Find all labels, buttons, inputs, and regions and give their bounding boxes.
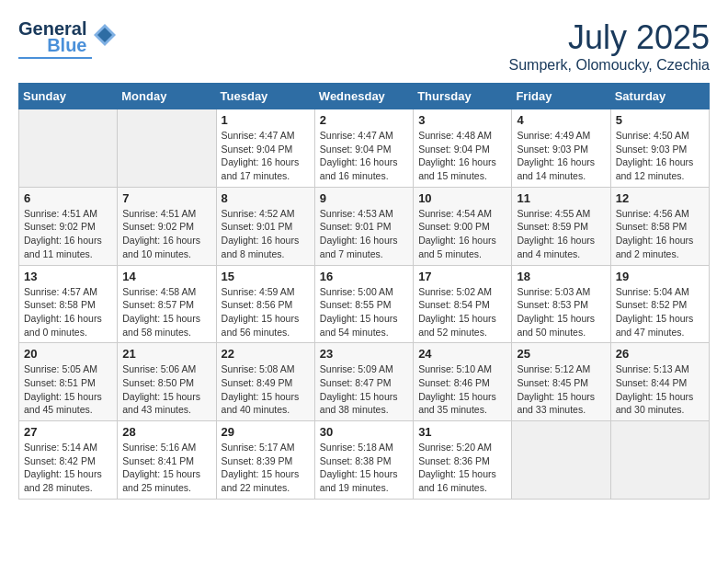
calendar-cell: 30Sunrise: 5:18 AM Sunset: 8:38 PM Dayli…: [314, 421, 413, 500]
page-header: General Blue July 2025 Sumperk, Olomouck…: [18, 18, 710, 74]
calendar-cell: 27Sunrise: 5:14 AM Sunset: 8:42 PM Dayli…: [19, 421, 118, 500]
calendar-cell: 20Sunrise: 5:05 AM Sunset: 8:51 PM Dayli…: [19, 343, 118, 421]
day-number: 26: [616, 347, 704, 361]
day-number: 18: [517, 270, 605, 283]
day-info: Sunrise: 4:52 AM Sunset: 9:01 PM Dayligh…: [222, 207, 310, 261]
calendar-cell: 5Sunrise: 4:50 AM Sunset: 9:03 PM Daylig…: [610, 109, 709, 188]
day-info: Sunrise: 5:05 AM Sunset: 8:51 PM Dayligh…: [24, 362, 112, 417]
day-info: Sunrise: 5:03 AM Sunset: 8:53 PM Dayligh…: [517, 285, 605, 339]
day-info: Sunrise: 5:13 AM Sunset: 8:44 PM Dayligh…: [616, 362, 704, 417]
calendar-cell: 4Sunrise: 4:49 AM Sunset: 9:03 PM Daylig…: [512, 109, 610, 188]
calendar-cell: 9Sunrise: 4:53 AM Sunset: 9:01 PM Daylig…: [314, 187, 413, 265]
day-info: Sunrise: 4:51 AM Sunset: 9:02 PM Dayligh…: [24, 207, 112, 261]
calendar-cell: 11Sunrise: 4:55 AM Sunset: 8:59 PM Dayli…: [512, 187, 610, 265]
calendar-cell: 28Sunrise: 5:16 AM Sunset: 8:41 PM Dayli…: [118, 421, 216, 500]
day-number: 9: [320, 191, 408, 205]
calendar-cell: [610, 421, 709, 500]
day-number: 5: [616, 113, 704, 127]
day-info: Sunrise: 5:10 AM Sunset: 8:46 PM Dayligh…: [418, 362, 506, 417]
calendar-cell: 23Sunrise: 5:09 AM Sunset: 8:47 PM Dayli…: [314, 343, 413, 421]
day-info: Sunrise: 4:59 AM Sunset: 8:56 PM Dayligh…: [222, 285, 310, 339]
day-info: Sunrise: 5:00 AM Sunset: 8:55 PM Dayligh…: [320, 285, 408, 339]
calendar-week-row: 27Sunrise: 5:14 AM Sunset: 8:42 PM Dayli…: [19, 421, 710, 500]
day-info: Sunrise: 4:47 AM Sunset: 9:04 PM Dayligh…: [222, 129, 310, 183]
day-info: Sunrise: 5:09 AM Sunset: 8:47 PM Dayligh…: [320, 362, 408, 417]
day-info: Sunrise: 5:20 AM Sunset: 8:36 PM Dayligh…: [418, 441, 506, 495]
calendar-table: SundayMondayTuesdayWednesdayThursdayFrid…: [18, 83, 710, 500]
location-subtitle: Sumperk, Olomoucky, Czechia: [509, 57, 710, 74]
logo-divider: [18, 57, 92, 59]
day-number: 3: [418, 113, 506, 127]
day-info: Sunrise: 4:53 AM Sunset: 9:01 PM Dayligh…: [320, 207, 408, 261]
calendar-cell: 22Sunrise: 5:08 AM Sunset: 8:49 PM Dayli…: [216, 343, 314, 421]
calendar-cell: 6Sunrise: 4:51 AM Sunset: 9:02 PM Daylig…: [19, 187, 118, 265]
calendar-cell: 25Sunrise: 5:12 AM Sunset: 8:45 PM Dayli…: [512, 343, 610, 421]
day-number: 7: [122, 191, 210, 205]
calendar-cell: 19Sunrise: 5:04 AM Sunset: 8:52 PM Dayli…: [610, 265, 709, 343]
calendar-cell: 14Sunrise: 4:58 AM Sunset: 8:57 PM Dayli…: [118, 265, 216, 343]
day-number: 10: [418, 191, 506, 205]
day-info: Sunrise: 4:47 AM Sunset: 9:04 PM Dayligh…: [320, 129, 408, 183]
calendar-cell: 18Sunrise: 5:03 AM Sunset: 8:53 PM Dayli…: [512, 265, 610, 343]
day-info: Sunrise: 5:12 AM Sunset: 8:45 PM Dayligh…: [517, 362, 605, 417]
calendar-week-row: 20Sunrise: 5:05 AM Sunset: 8:51 PM Dayli…: [19, 343, 710, 421]
day-number: 15: [222, 270, 310, 283]
calendar-week-row: 6Sunrise: 4:51 AM Sunset: 9:02 PM Daylig…: [19, 187, 710, 265]
weekday-header-wednesday: Wednesday: [314, 84, 413, 109]
day-info: Sunrise: 5:04 AM Sunset: 8:52 PM Dayligh…: [616, 285, 704, 339]
calendar-cell: 15Sunrise: 4:59 AM Sunset: 8:56 PM Dayli…: [216, 265, 314, 343]
weekday-header-sunday: Sunday: [19, 84, 118, 109]
weekday-header-tuesday: Tuesday: [216, 84, 314, 109]
day-info: Sunrise: 5:16 AM Sunset: 8:41 PM Dayligh…: [122, 441, 210, 495]
calendar-week-row: 13Sunrise: 4:57 AM Sunset: 8:58 PM Dayli…: [19, 265, 710, 343]
calendar-cell: [118, 109, 216, 188]
calendar-cell: 17Sunrise: 5:02 AM Sunset: 8:54 PM Dayli…: [414, 265, 512, 343]
day-info: Sunrise: 5:14 AM Sunset: 8:42 PM Dayligh…: [24, 441, 112, 495]
day-number: 11: [517, 191, 605, 205]
day-info: Sunrise: 4:50 AM Sunset: 9:03 PM Dayligh…: [616, 129, 704, 183]
day-number: 14: [122, 270, 210, 283]
day-number: 19: [616, 270, 704, 283]
day-number: 4: [517, 113, 605, 127]
logo-icon: [92, 22, 118, 48]
day-number: 24: [418, 347, 506, 361]
day-info: Sunrise: 5:17 AM Sunset: 8:39 PM Dayligh…: [222, 441, 310, 495]
calendar-cell: 12Sunrise: 4:56 AM Sunset: 8:58 PM Dayli…: [610, 187, 709, 265]
day-number: 17: [418, 270, 506, 283]
calendar-cell: [512, 421, 610, 500]
day-info: Sunrise: 5:18 AM Sunset: 8:38 PM Dayligh…: [320, 441, 408, 495]
day-number: 1: [222, 113, 310, 127]
day-number: 29: [222, 425, 310, 439]
day-info: Sunrise: 4:51 AM Sunset: 9:02 PM Dayligh…: [122, 207, 210, 261]
day-number: 25: [517, 347, 605, 361]
day-number: 16: [320, 270, 408, 283]
calendar-cell: 3Sunrise: 4:48 AM Sunset: 9:04 PM Daylig…: [414, 109, 512, 188]
calendar-cell: 24Sunrise: 5:10 AM Sunset: 8:46 PM Dayli…: [414, 343, 512, 421]
day-info: Sunrise: 4:58 AM Sunset: 8:57 PM Dayligh…: [122, 285, 210, 339]
calendar-cell: [19, 109, 118, 188]
weekday-header-thursday: Thursday: [414, 84, 512, 109]
day-info: Sunrise: 4:57 AM Sunset: 8:58 PM Dayligh…: [24, 285, 112, 339]
calendar-cell: 21Sunrise: 5:06 AM Sunset: 8:50 PM Dayli…: [118, 343, 216, 421]
weekday-header-monday: Monday: [118, 84, 216, 109]
day-number: 8: [222, 191, 310, 205]
calendar-cell: 2Sunrise: 4:47 AM Sunset: 9:04 PM Daylig…: [314, 109, 413, 188]
weekday-header-friday: Friday: [512, 84, 610, 109]
month-title: July 2025: [509, 18, 710, 57]
calendar-cell: 16Sunrise: 5:00 AM Sunset: 8:55 PM Dayli…: [314, 265, 413, 343]
calendar-cell: 31Sunrise: 5:20 AM Sunset: 8:36 PM Dayli…: [414, 421, 512, 500]
calendar-cell: 13Sunrise: 4:57 AM Sunset: 8:58 PM Dayli…: [19, 265, 118, 343]
day-info: Sunrise: 4:54 AM Sunset: 9:00 PM Dayligh…: [418, 207, 506, 261]
day-number: 31: [418, 425, 506, 439]
day-info: Sunrise: 4:55 AM Sunset: 8:59 PM Dayligh…: [517, 207, 605, 261]
calendar-cell: 7Sunrise: 4:51 AM Sunset: 9:02 PM Daylig…: [118, 187, 216, 265]
day-info: Sunrise: 5:02 AM Sunset: 8:54 PM Dayligh…: [418, 285, 506, 339]
calendar-cell: 10Sunrise: 4:54 AM Sunset: 9:00 PM Dayli…: [414, 187, 512, 265]
day-number: 12: [616, 191, 704, 205]
day-number: 21: [122, 347, 210, 361]
weekday-header-saturday: Saturday: [610, 84, 709, 109]
day-info: Sunrise: 4:49 AM Sunset: 9:03 PM Dayligh…: [517, 129, 605, 183]
logo-text-blue: Blue: [47, 35, 86, 55]
day-info: Sunrise: 4:48 AM Sunset: 9:04 PM Dayligh…: [418, 129, 506, 183]
title-area: July 2025 Sumperk, Olomoucky, Czechia: [509, 18, 710, 74]
